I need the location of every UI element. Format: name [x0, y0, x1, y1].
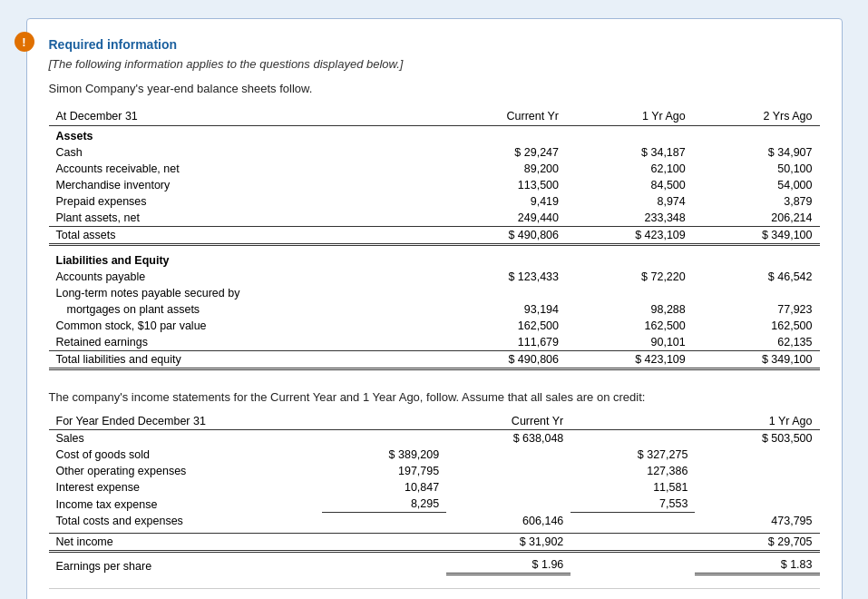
bs-total-y1: $ 423,109 [566, 227, 693, 245]
bs-data-row: Accounts receivable, net 89,200 62,100 5… [49, 161, 820, 177]
bs-row-y2: 77,923 [693, 301, 820, 318]
bs-row-cy: 89,200 [436, 161, 566, 177]
balance-sheet-table: At December 31 Current Yr 1 Yr Ago 2 Yrs… [49, 108, 820, 374]
is-net-label: Net income [49, 533, 323, 551]
bs-row-cy: $ 123,433 [436, 269, 566, 285]
bs-data-row: mortgages on plant assets 93,194 98,288 … [49, 301, 820, 318]
is-eps-label: Earnings per share [49, 556, 323, 574]
is-sales-y1: $ 503,500 [695, 430, 819, 447]
is-net-cy: $ 31,902 [446, 533, 571, 551]
bs-spacer [49, 368, 820, 374]
is-eps-y1: $ 1.83 [695, 556, 819, 574]
bs-data-row: Cash $ 29,247 $ 34,187 $ 34,907 [49, 144, 820, 161]
is-total-cy: 606,146 [446, 513, 571, 529]
bs-row-y1: 8,974 [566, 193, 693, 210]
is-header-label: For Year Ended December 31 [49, 413, 323, 430]
is-header-y1: 1 Yr Ago [695, 413, 819, 430]
bs-row-cy: 111,679 [436, 334, 566, 351]
bs-row-cy: 249,440 [436, 210, 566, 227]
is-sales-cy-blank [322, 430, 446, 447]
is-header-cy: Current Yr [446, 413, 571, 430]
is-total-y1: 473,795 [695, 513, 819, 529]
is-total-cy-blank [322, 513, 446, 529]
bs-data-row: Accounts payable $ 123,433 $ 72,220 $ 46… [49, 269, 820, 285]
bs-total-y2: $ 349,100 [693, 350, 820, 368]
bs-total-row: Total assets $ 490,806 $ 423,109 $ 349,1… [49, 227, 820, 245]
bs-total-y1: $ 423,109 [566, 350, 693, 368]
is-eps-cy: $ 1.96 [446, 556, 571, 574]
bs-header-y2: 2 Yrs Ago [693, 108, 820, 126]
bs-row-y2: $ 34,907 [693, 144, 820, 161]
is-header-cy-sub [322, 413, 446, 430]
bs-section-label: Liabilities and Equity [49, 250, 820, 269]
bs-row-cy: 9,419 [436, 193, 566, 210]
is-sales-row: Sales $ 638,048 $ 503,500 [49, 430, 820, 447]
bs-row-label: Merchandise inventory [49, 177, 436, 193]
bs-row-label: Retained earnings [49, 334, 436, 351]
bs-row-cy: $ 29,247 [436, 144, 566, 161]
bs-data-row: Merchandise inventory 113,500 84,500 54,… [49, 177, 820, 193]
bs-row-y1: 98,288 [566, 301, 693, 318]
bs-row-y2: 50,100 [693, 161, 820, 177]
is-cost-label: Income tax expense [49, 496, 323, 513]
is-cost-row: Cost of goods sold $ 389,209 $ 327,275 [49, 447, 820, 463]
bs-row-y2: 62,135 [693, 334, 820, 351]
is-eps-y1-blank [571, 556, 695, 574]
is-cost-y1-sub: 11,581 [571, 479, 695, 496]
bs-header-label: At December 31 [49, 108, 436, 126]
bs-row-label: Common stock, $10 par value [49, 318, 436, 334]
main-card: ! Required information [The following in… [26, 18, 843, 599]
is-cost-row: Other operating expenses 197,795 127,386 [49, 463, 820, 479]
bs-row-y1: $ 72,220 [566, 269, 693, 285]
bs-row-y1: 162,500 [566, 318, 693, 334]
is-sales-y1-blank [571, 430, 695, 447]
is-cost-label: Other operating expenses [49, 463, 323, 479]
is-cost-cy-sub: 197,795 [322, 463, 446, 479]
is-cost-row: Interest expense 10,847 11,581 [49, 479, 820, 496]
is-total-y1-blank [571, 513, 695, 529]
bs-data-row: Plant assets, net 249,440 233,348 206,21… [49, 210, 820, 227]
bs-row-label: Cash [49, 144, 436, 161]
bs-row-cy [436, 285, 566, 301]
bs-row-cy: 162,500 [436, 318, 566, 334]
is-sales-label: Sales [49, 430, 323, 447]
bs-section-label: Assets [49, 126, 820, 145]
is-cost-y1-blank [695, 496, 819, 513]
bs-section-header: Liabilities and Equity [49, 250, 820, 269]
is-eps-row: Earnings per share $ 1.96 $ 1.83 [49, 556, 820, 574]
is-net-y1-blank [571, 533, 695, 551]
bs-row-y2: 162,500 [693, 318, 820, 334]
alert-icon: ! [15, 32, 34, 52]
is-total-label: Total costs and expenses [49, 513, 323, 529]
bs-row-cy: 113,500 [436, 177, 566, 193]
bs-header-cy: Current Yr [436, 108, 566, 126]
bs-total-row: Total liabilities and equity $ 490,806 $… [49, 350, 820, 368]
bs-total-cy: $ 490,806 [436, 350, 566, 368]
bs-row-y2: 54,000 [693, 177, 820, 193]
bs-row-y2: 206,214 [693, 210, 820, 227]
is-cost-cy-blank [446, 479, 571, 496]
income-statement-table: For Year Ended December 31 Current Yr 1 … [49, 413, 820, 575]
is-cost-cy-blank [446, 496, 571, 513]
bs-data-row: Retained earnings 111,679 90,101 62,135 [49, 334, 820, 351]
is-cost-y1-sub: 127,386 [571, 463, 695, 479]
bs-data-row: Prepaid expenses 9,419 8,974 3,879 [49, 193, 820, 210]
bs-data-row: Long-term notes payable secured by [49, 285, 820, 301]
is-cost-y1-sub: 7,553 [571, 496, 695, 513]
bs-row-label: mortgages on plant assets [49, 301, 436, 318]
required-title: Required information [49, 37, 820, 52]
is-cost-row: Income tax expense 8,295 7,553 [49, 496, 820, 513]
bs-header-y1: 1 Yr Ago [566, 108, 693, 126]
is-cost-cy-sub: 8,295 [322, 496, 446, 513]
income-intro: The company's income statements for the … [49, 390, 820, 404]
is-header-y1-sub [571, 413, 695, 430]
is-cost-y1-blank [695, 447, 819, 463]
bs-row-label: Accounts payable [49, 269, 436, 285]
is-net-cy-blank [322, 533, 446, 551]
is-cost-y1-blank [695, 479, 819, 496]
intro-text: Simon Company's year-end balance sheets … [49, 82, 820, 95]
bs-row-y1: 233,348 [566, 210, 693, 227]
is-total-costs-row: Total costs and expenses 606,146 473,795 [49, 513, 820, 529]
is-cost-y1-blank [695, 463, 819, 479]
bs-total-label: Total liabilities and equity [49, 350, 436, 368]
